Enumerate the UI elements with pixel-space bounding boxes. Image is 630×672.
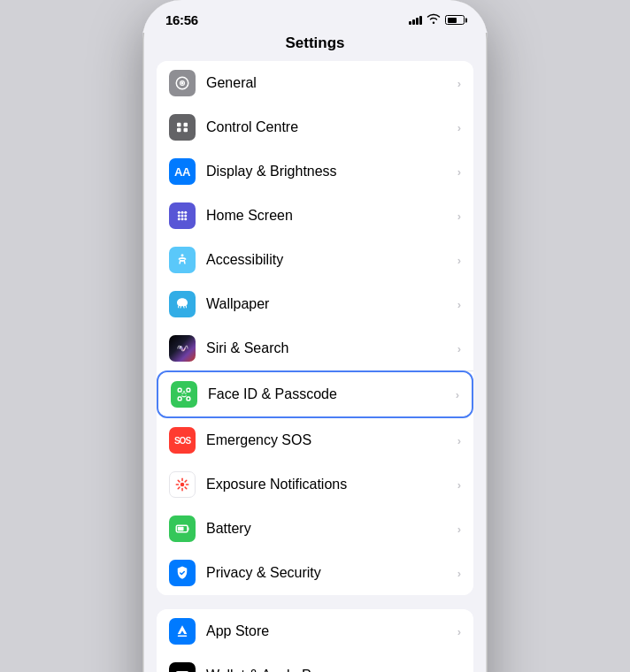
general-icon bbox=[169, 70, 196, 96]
svg-point-20 bbox=[185, 393, 187, 394]
chevron-icon: › bbox=[457, 165, 461, 179]
page-title: Settings bbox=[142, 33, 488, 61]
siri-label: Siri & Search bbox=[206, 340, 457, 356]
chevron-icon: › bbox=[457, 254, 461, 267]
control-centre-icon bbox=[169, 114, 196, 141]
svg-point-6 bbox=[181, 211, 184, 214]
list-item[interactable]: Accessibility › bbox=[157, 238, 473, 282]
privacy-icon bbox=[169, 560, 196, 586]
wallpaper-icon bbox=[169, 291, 196, 317]
chevron-icon: › bbox=[457, 298, 461, 311]
svg-point-9 bbox=[181, 215, 184, 218]
chevron-icon: › bbox=[457, 342, 461, 355]
display-label: Display & Brightness bbox=[206, 164, 457, 179]
list-item[interactable]: Control Centre › bbox=[157, 105, 473, 149]
display-icon: AA bbox=[169, 158, 196, 185]
chevron-icon: › bbox=[457, 625, 461, 638]
face-id-label: Face ID & Passcode bbox=[208, 386, 456, 402]
list-item[interactable]: App Store › bbox=[157, 609, 473, 653]
status-icons bbox=[409, 13, 465, 27]
face-id-icon bbox=[171, 381, 197, 408]
accessibility-icon bbox=[169, 247, 196, 273]
wallet-label: Wallet & Apple Pay bbox=[206, 668, 457, 672]
svg-line-27 bbox=[185, 487, 187, 489]
chevron-icon: › bbox=[456, 388, 459, 401]
phone-frame: 16:56 Settings bbox=[142, 0, 488, 672]
chevron-icon: › bbox=[457, 77, 461, 90]
control-centre-label: Control Centre bbox=[206, 119, 457, 135]
status-time: 16:56 bbox=[165, 12, 198, 27]
svg-rect-31 bbox=[178, 527, 184, 531]
settings-content: General › Control Centre › bbox=[142, 61, 488, 672]
exposure-icon bbox=[169, 471, 196, 498]
list-item[interactable]: SOS Emergency SOS › bbox=[157, 418, 473, 462]
app-store-icon bbox=[169, 618, 196, 645]
chevron-icon: › bbox=[457, 434, 461, 447]
svg-point-0 bbox=[181, 82, 184, 85]
list-item[interactable]: Exposure Notifications › bbox=[157, 462, 473, 507]
svg-rect-18 bbox=[187, 397, 190, 401]
svg-rect-17 bbox=[178, 397, 181, 401]
svg-point-11 bbox=[178, 218, 181, 220]
svg-rect-4 bbox=[184, 128, 188, 133]
battery-icon bbox=[169, 515, 196, 542]
home-screen-icon bbox=[169, 202, 196, 229]
siri-icon bbox=[169, 335, 196, 362]
svg-rect-15 bbox=[178, 388, 181, 392]
battery-label: Battery bbox=[206, 521, 457, 537]
svg-point-21 bbox=[181, 483, 185, 487]
list-item[interactable]: Siri & Search › bbox=[157, 326, 473, 370]
chevron-icon: › bbox=[457, 478, 461, 492]
general-label: General bbox=[206, 75, 457, 91]
face-id-row[interactable]: Face ID & Passcode › bbox=[158, 372, 472, 416]
chevron-icon: › bbox=[457, 210, 461, 223]
list-item[interactable]: Home Screen › bbox=[157, 194, 473, 238]
list-item[interactable]: General › bbox=[157, 61, 473, 105]
app-store-label: App Store bbox=[206, 623, 457, 639]
chevron-icon: › bbox=[457, 523, 461, 536]
chevron-icon: › bbox=[457, 669, 461, 673]
svg-point-7 bbox=[184, 211, 187, 214]
svg-line-26 bbox=[178, 480, 180, 482]
svg-point-5 bbox=[178, 211, 181, 214]
status-bar: 16:56 bbox=[142, 0, 488, 33]
svg-point-13 bbox=[184, 218, 187, 220]
svg-line-28 bbox=[185, 480, 187, 482]
emergency-sos-label: Emergency SOS bbox=[206, 432, 457, 448]
svg-rect-1 bbox=[177, 123, 181, 127]
svg-rect-3 bbox=[177, 128, 181, 133]
chevron-icon: › bbox=[457, 567, 461, 580]
svg-point-10 bbox=[184, 215, 187, 218]
emergency-sos-icon: SOS bbox=[169, 427, 196, 454]
list-item[interactable]: Wallpaper › bbox=[157, 282, 473, 326]
svg-rect-2 bbox=[184, 123, 188, 127]
battery-status-icon bbox=[445, 15, 465, 25]
svg-point-8 bbox=[178, 215, 181, 218]
wallet-icon bbox=[169, 662, 196, 672]
home-screen-label: Home Screen bbox=[206, 208, 457, 224]
settings-group-1: General › Control Centre › bbox=[157, 61, 473, 595]
list-item[interactable]: AA Display & Brightness › bbox=[157, 149, 473, 194]
wallpaper-label: Wallpaper bbox=[206, 296, 457, 312]
wifi-icon bbox=[426, 13, 441, 27]
svg-point-12 bbox=[181, 218, 184, 220]
settings-group-2: App Store › Wallet & Apple Pay › bbox=[157, 609, 473, 672]
accessibility-label: Accessibility bbox=[206, 252, 457, 268]
svg-line-29 bbox=[178, 487, 180, 489]
list-item[interactable]: Battery › bbox=[157, 507, 473, 551]
signal-icon bbox=[409, 16, 422, 25]
privacy-label: Privacy & Security bbox=[206, 565, 457, 581]
chevron-icon: › bbox=[457, 121, 461, 134]
exposure-label: Exposure Notifications bbox=[206, 477, 457, 493]
svg-point-14 bbox=[181, 254, 184, 256]
list-item[interactable]: Privacy & Security › bbox=[157, 551, 473, 595]
svg-point-19 bbox=[181, 393, 183, 394]
list-item[interactable]: Wallet & Apple Pay › bbox=[157, 653, 473, 672]
svg-rect-16 bbox=[187, 388, 190, 392]
